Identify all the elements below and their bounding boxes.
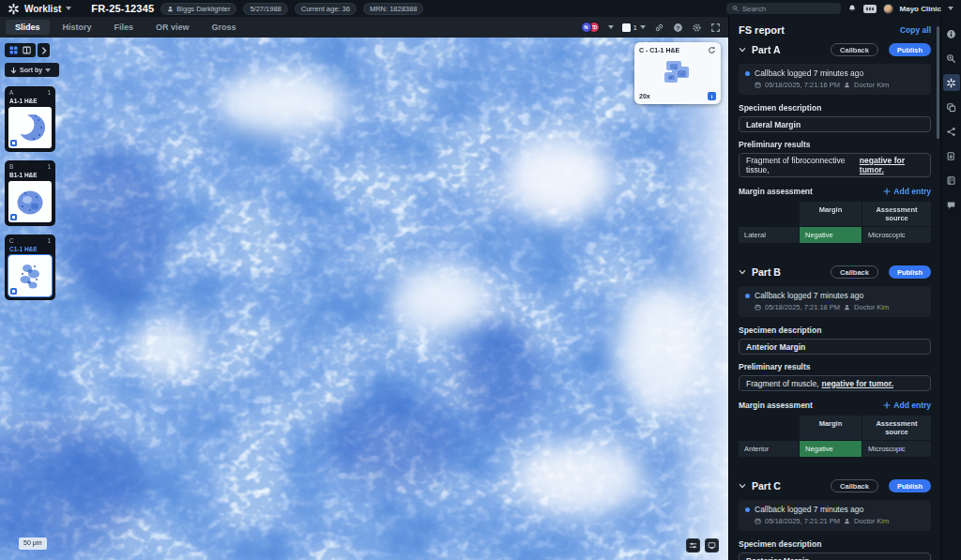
collapse-chevron-icon[interactable]	[739, 46, 746, 53]
help-button[interactable]: ?	[673, 23, 683, 33]
slide-viewport[interactable]: Sort by A1 A1-1 H&E	[0, 38, 728, 560]
table-header-empty	[739, 416, 799, 440]
presence-avatars[interactable]: N TD	[581, 22, 600, 33]
layers-button[interactable]	[943, 98, 960, 115]
slide-flag-icon	[10, 214, 17, 220]
publish-button[interactable]: Publish	[889, 265, 931, 279]
tray-expand-button[interactable]	[38, 43, 50, 57]
callback-button[interactable]: Callback	[831, 43, 878, 56]
zoom-in-icon	[946, 53, 956, 64]
add-entry-button[interactable]: Add entry	[883, 187, 931, 196]
specimen-description-input[interactable]: Anterior Margin	[739, 339, 931, 355]
zoom-tool-button[interactable]	[943, 50, 960, 67]
status-dot	[745, 507, 750, 512]
case-tabs: Slides History Files OR view Gross N TD …	[0, 17, 728, 38]
calendar-icon	[755, 82, 761, 88]
tab-files[interactable]: Files	[105, 20, 144, 35]
tray-panel-icon[interactable]	[23, 46, 31, 54]
settings-button[interactable]	[692, 23, 702, 33]
user-menu-chevron-icon[interactable]	[948, 7, 953, 10]
mrn-chip: MRN: 1828388	[363, 3, 423, 15]
org-name: Mayo Clinic	[900, 5, 941, 13]
specimen-description-input[interactable]: Posterior Margin	[739, 552, 931, 560]
preliminary-results-input[interactable]: Fragment of fibroconnective tissue,negat…	[739, 153, 931, 177]
minimap-info-icon[interactable]: i	[708, 92, 716, 100]
tab-history[interactable]: History	[53, 20, 101, 35]
user-avatar[interactable]	[883, 4, 893, 14]
callback-doctor: Doctor Kim	[854, 303, 889, 311]
case-id: FR-25-12345	[91, 3, 154, 14]
pathology-viewer-app: Worklist FR-25-12345 Biggs Darklighter 5…	[0, 0, 961, 560]
snapshot-button[interactable]	[705, 538, 719, 552]
slide-card-c[interactable]: C1 C1-1 H&E	[5, 235, 55, 300]
info-icon	[946, 29, 956, 39]
panel-scrollbar[interactable]	[937, 26, 939, 139]
table-cell-margin-value[interactable]: Negative	[800, 441, 862, 457]
question-icon: ?	[673, 23, 683, 33]
specimen-description-label: Specimen description	[739, 103, 931, 113]
app-logo-icon	[8, 3, 20, 15]
journal-button[interactable]	[943, 172, 960, 189]
share-button[interactable]	[943, 123, 960, 140]
viewer-quick-tools	[686, 538, 719, 552]
dob-chip: 5/27/1988	[243, 3, 287, 15]
global-search[interactable]	[726, 3, 841, 14]
viewport-layout-select[interactable]: 1	[622, 23, 646, 32]
notifications-button[interactable]	[847, 4, 857, 13]
app-tools-button[interactable]	[943, 74, 960, 91]
search-input[interactable]	[742, 5, 835, 13]
chevron-down-icon	[45, 68, 51, 72]
rotate-icon[interactable]	[708, 46, 716, 54]
info-button[interactable]	[943, 25, 960, 42]
sort-by-button[interactable]: Sort by	[5, 63, 59, 77]
app-menu[interactable]: Worklist	[8, 3, 71, 15]
callback-note: Callback logged 7 minutes ago	[755, 68, 863, 78]
patient-name-chip[interactable]: Biggs Darklighter	[160, 3, 236, 15]
chevron-down-icon	[66, 7, 71, 10]
callback-button[interactable]: Callback	[831, 479, 878, 492]
tab-slides[interactable]: Slides	[6, 20, 50, 35]
tab-gross[interactable]: Gross	[203, 20, 246, 35]
layers-icon	[946, 102, 956, 113]
link-slides-button[interactable]	[654, 23, 664, 33]
image-adjustments-button[interactable]	[686, 538, 700, 552]
slide-thumbnail[interactable]	[8, 255, 52, 296]
slide-label: B1-1 H&E	[8, 172, 52, 178]
grid-view-icon[interactable]	[9, 46, 18, 54]
minimap[interactable]: C - C1-1 H&E 20x i	[634, 42, 721, 104]
keyboard-icon[interactable]	[863, 5, 877, 13]
slide-image[interactable]	[0, 38, 728, 560]
minimap-thumbnail[interactable]	[639, 56, 716, 90]
slide-card-a[interactable]: A1 A1-1 H&E	[5, 86, 55, 152]
collapse-chevron-icon[interactable]	[739, 268, 746, 276]
plus-icon	[883, 401, 891, 409]
slide-card-b[interactable]: B1 B1-1 H&E	[5, 160, 55, 226]
publish-button[interactable]: Publish	[889, 43, 931, 56]
add-entry-button[interactable]: Add entry	[883, 401, 931, 410]
collapse-chevron-icon[interactable]	[739, 482, 746, 490]
slide-flag-icon	[10, 288, 17, 295]
table-cell-source[interactable]: Microscopic	[862, 227, 931, 243]
table-cell-margin-value[interactable]: Negative	[800, 227, 862, 243]
callback-timestamp: 05/18/2025, 7:21:16 PM	[765, 81, 840, 89]
specimen-description-input[interactable]: Lateral Margin	[739, 116, 931, 132]
tab-or-view[interactable]: OR view	[146, 20, 199, 35]
specimen-description-label: Specimen description	[739, 539, 931, 549]
callback-button[interactable]: Callback	[831, 265, 878, 279]
svg-text:?: ?	[677, 23, 680, 30]
slide-thumbnail[interactable]	[8, 107, 52, 148]
part-name: Part A	[752, 44, 781, 55]
preliminary-results-input[interactable]: Fragment of muscle,negative for tumor.	[739, 375, 931, 391]
slide-letter: C	[9, 237, 14, 244]
comments-button[interactable]	[943, 196, 960, 213]
scale-bar: 50 μm	[19, 537, 47, 550]
table-cell-source[interactable]: Microscopic	[862, 441, 931, 457]
export-button[interactable]	[943, 147, 960, 164]
panel-title: FS report	[739, 24, 785, 36]
fullscreen-button[interactable]	[710, 23, 721, 33]
table-cell-site: Lateral	[739, 227, 799, 243]
presence-chevron-icon[interactable]	[608, 25, 614, 29]
publish-button[interactable]: Publish	[889, 479, 931, 492]
slide-thumbnail[interactable]	[8, 181, 52, 222]
copy-all-button[interactable]: Copy all	[900, 25, 931, 35]
